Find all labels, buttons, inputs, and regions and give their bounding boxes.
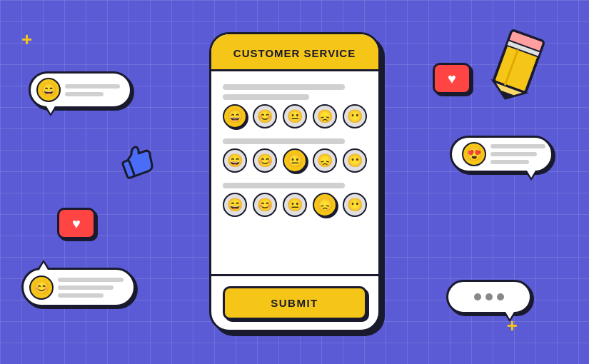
bubble-topleft-lines	[65, 84, 120, 96]
submit-button[interactable]: SUBMIT	[223, 286, 367, 320]
phone-card: CUSTOMER SERVICE 😄 😊 😐 😞 😶 😄 😊 😐 😞	[209, 32, 381, 332]
rating-row-1: 😄 😊 😐 😞 😶	[223, 84, 367, 128]
emoji-row-2: 😄 😊 😐 😞 😶	[223, 148, 367, 173]
emoji-blank-2[interactable]: 😶	[343, 148, 367, 173]
bubble-topright-emoji: 😍	[462, 142, 486, 166]
bubble-line	[58, 278, 124, 282]
emoji-smile-1[interactable]: 😊	[253, 104, 277, 128]
bubble-bottomleft-emoji: 😊	[29, 275, 54, 300]
bubble-bottomright	[446, 280, 532, 314]
emoji-smile-3[interactable]: 😊	[253, 193, 277, 217]
emoji-happy-1[interactable]: 😄	[223, 104, 247, 128]
rating-label-line-1	[223, 84, 346, 90]
bubble-bottomleft: 😊	[21, 268, 136, 307]
plus-icon-topleft: +	[21, 29, 32, 51]
bubble-line	[65, 84, 120, 89]
emoji-blank-3[interactable]: 😶	[343, 193, 367, 217]
dot3	[497, 293, 504, 300]
emoji-sad-3[interactable]: 😞	[313, 193, 337, 217]
bubble-bottomleft-lines	[58, 278, 124, 298]
emoji-sad-1[interactable]: 😞	[313, 104, 337, 128]
rating-label-line-2	[223, 138, 346, 144]
rating-label-line-3	[223, 183, 346, 188]
bubble-line	[58, 293, 104, 298]
bubble-line	[490, 160, 529, 164]
emoji-neutral-2[interactable]: 😐	[283, 148, 307, 173]
phone-body: 😄 😊 😐 😞 😶 😄 😊 😐 😞 😶 😄 😊	[211, 71, 378, 274]
emoji-row-3: 😄 😊 😐 😞 😶	[223, 193, 367, 217]
heart-icon-right: ♥	[448, 71, 456, 87]
thumbs-up-icon	[116, 143, 161, 188]
bubble-line	[490, 152, 537, 156]
emoji-happy-3[interactable]: 😄	[223, 193, 247, 217]
like-button-right[interactable]: ♥	[433, 63, 471, 94]
bubble-topleft-emoji: 😄	[36, 78, 61, 102]
bubble-topleft: 😄	[29, 71, 132, 108]
emoji-happy-2[interactable]: 😄	[223, 148, 247, 173]
like-button-left[interactable]: ♥	[57, 208, 96, 239]
emoji-sad-2[interactable]: 😞	[313, 148, 337, 173]
phone-header-text: CUSTOMER SERVICE	[223, 47, 367, 59]
dot2	[485, 293, 493, 300]
bubble-line	[490, 144, 545, 148]
rating-row-2: 😄 😊 😐 😞 😶	[223, 138, 367, 173]
emoji-neutral-3[interactable]: 😐	[283, 193, 307, 217]
emoji-row-1: 😄 😊 😐 😞 😶	[223, 104, 367, 128]
emoji-neutral-1[interactable]: 😐	[283, 104, 307, 128]
rating-row-3: 😄 😊 😐 😞 😶	[223, 183, 367, 217]
emoji-blank-1[interactable]: 😶	[343, 104, 367, 128]
bubble-topright-lines	[490, 144, 545, 164]
dot1	[474, 293, 481, 300]
bubble-topright: 😍	[450, 136, 553, 173]
phone-footer: SUBMIT	[211, 274, 378, 330]
heart-icon-left: ♥	[72, 216, 81, 232]
phone-header: CUSTOMER SERVICE	[211, 34, 378, 71]
typing-dots	[474, 293, 504, 300]
rating-label-line-1b	[223, 94, 309, 100]
emoji-smile-2[interactable]: 😊	[253, 148, 277, 173]
bubble-line	[58, 285, 114, 290]
bubble-line	[65, 92, 104, 96]
